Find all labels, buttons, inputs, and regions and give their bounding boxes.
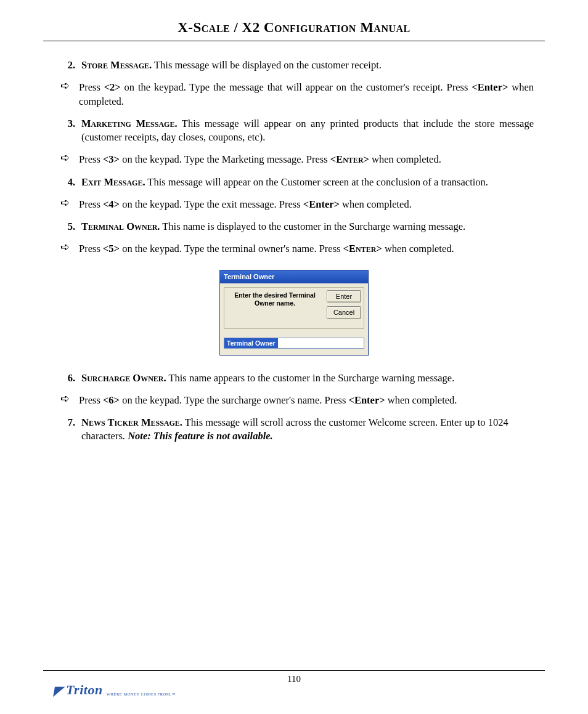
list-item: 4. Exit Message. This message will appea…: [54, 176, 534, 189]
item-body: Marketing Message. This message will app…: [81, 117, 534, 145]
instruction-row: ➪ Press <2> on the keypad. Type the mess…: [54, 81, 534, 108]
instr-pre: Press: [79, 198, 103, 210]
instr-pre: Press: [79, 243, 103, 254]
item-heading: Exit Message.: [81, 176, 145, 188]
list-item: 5. Terminal Owner. This name is displaye…: [54, 220, 534, 233]
item-body: Exit Message. This message will appear o…: [81, 176, 534, 189]
dialog-upper-panel: Enter the desired Terminal Owner name. E…: [224, 287, 364, 329]
instr-key2: <Enter>: [330, 153, 369, 165]
item-heading: Surcharge Owner.: [81, 372, 166, 384]
item-body: Store Message. This message will be disp…: [81, 59, 534, 72]
input-selected-label: Terminal Owner: [224, 338, 278, 348]
item-number: 7.: [54, 416, 81, 444]
instr-key: <6>: [103, 394, 120, 406]
item-body: Terminal Owner. This name is displayed t…: [81, 220, 534, 233]
instr-post: on the keypad. Type the Marketing messag…: [120, 153, 330, 165]
list-item: 6. Surcharge Owner. This name appears to…: [54, 371, 534, 385]
instr-post: on the keypad. Type the surcharge owner'…: [120, 394, 348, 406]
arrow-icon: ➪: [54, 153, 79, 166]
item-text: This message will appear on the Customer…: [145, 176, 488, 188]
dialog-titlebar: Terminal Owner: [220, 270, 368, 283]
footer-rule: [43, 670, 545, 671]
cancel-button[interactable]: Cancel: [327, 306, 361, 319]
item-heading: Store Message.: [81, 59, 152, 71]
item-note: Note: This feature is not available.: [128, 430, 273, 442]
instruction-body: Press <6> on the keypad. Type the surcha…: [79, 394, 534, 407]
instr-key: <2>: [104, 81, 121, 93]
instruction-body: Press <4> on the keypad. Type the exit m…: [79, 198, 534, 211]
dialog-message: Enter the desired Terminal Owner name.: [227, 290, 323, 326]
arrow-icon: ➪: [54, 198, 79, 211]
item-number: 2.: [54, 59, 81, 72]
instruction-body: Press <5> on the keypad. Type the termin…: [79, 242, 534, 256]
terminal-owner-input[interactable]: Terminal Owner: [224, 338, 364, 349]
instruction-row: ➪ Press <6> on the keypad. Type the surc…: [54, 394, 534, 407]
dialog-figure: Terminal Owner Enter the desired Termina…: [54, 270, 534, 355]
instr-post: on the keypad. Type the exit message. Pr…: [120, 198, 303, 210]
dialog-body: Enter the desired Terminal Owner name. E…: [220, 283, 368, 355]
dialog-buttons: Enter Cancel: [327, 290, 361, 326]
instr-key2: <Enter>: [303, 198, 340, 210]
instr-pre: Press: [79, 81, 104, 93]
item-text: This message will be displayed on the cu…: [152, 59, 382, 71]
item-number: 3.: [54, 117, 81, 145]
instr-post2: when completed.: [340, 198, 412, 210]
instr-key: <4>: [103, 198, 120, 210]
instruction-row: ➪ Press <5> on the keypad. Type the term…: [54, 242, 534, 256]
item-number: 5.: [54, 220, 81, 233]
item-number: 6.: [54, 371, 81, 385]
instr-key: <5>: [103, 243, 120, 254]
instruction-body: Press <2> on the keypad. Type the messag…: [79, 81, 534, 108]
instr-pre: Press: [79, 394, 103, 406]
instr-pre: Press: [79, 153, 103, 165]
logo-tagline: WHERE MONEY COMES FROM.™: [107, 692, 176, 696]
item-heading: Terminal Owner.: [81, 221, 160, 232]
logo-mark-icon: ◤: [53, 683, 65, 698]
content-area: 2. Store Message. This message will be d…: [43, 59, 545, 444]
instr-post2: when completed.: [385, 394, 457, 406]
item-body: Surcharge Owner. This name appears to th…: [81, 371, 534, 385]
arrow-icon: ➪: [54, 394, 79, 407]
document-page: X-Scale / X2 Configuration Manual 2. Sto…: [0, 0, 588, 714]
item-number: 4.: [54, 176, 81, 189]
terminal-owner-dialog: Terminal Owner Enter the desired Termina…: [219, 270, 369, 355]
logo-text: Triton: [66, 682, 103, 698]
arrow-icon: ➪: [54, 242, 79, 256]
instr-post: on the keypad. Type the message that wil…: [121, 81, 472, 93]
triton-logo: ◤ Triton WHERE MONEY COMES FROM.™: [54, 682, 176, 698]
item-body: News Ticker Message. This message will s…: [81, 416, 534, 444]
instr-post2: when completed.: [382, 243, 454, 254]
item-heading: Marketing Message.: [81, 118, 178, 129]
list-item: 7. News Ticker Message. This message wil…: [54, 416, 534, 444]
instr-key2: <Enter>: [472, 81, 508, 93]
instruction-row: ➪ Press <3> on the keypad. Type the Mark…: [54, 153, 534, 166]
item-text: This name is displayed to the customer i…: [160, 221, 465, 232]
item-text: This name appears to the customer in the…: [166, 372, 455, 384]
item-heading: News Ticker Message.: [81, 416, 182, 428]
instr-key: <3>: [103, 153, 120, 165]
arrow-icon: ➪: [54, 81, 79, 108]
instr-post: on the keypad. Type the terminal owner's…: [120, 243, 343, 254]
instruction-row: ➪ Press <4> on the keypad. Type the exit…: [54, 198, 534, 211]
instruction-body: Press <3> on the keypad. Type the Market…: [79, 153, 534, 166]
list-item: 2. Store Message. This message will be d…: [54, 59, 534, 72]
instr-post2: when completed.: [369, 153, 441, 165]
enter-button[interactable]: Enter: [327, 290, 361, 303]
page-title: X-Scale / X2 Configuration Manual: [43, 20, 545, 41]
instr-key2: <Enter>: [348, 394, 385, 406]
list-item: 3. Marketing Message. This message will …: [54, 117, 534, 145]
instr-key2: <Enter>: [343, 243, 382, 254]
